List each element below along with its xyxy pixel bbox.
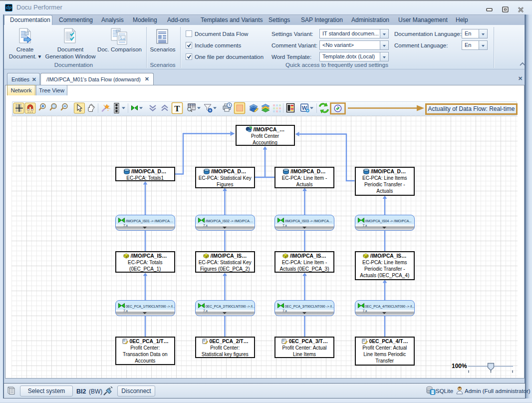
svg-text:T: T (174, 104, 180, 113)
